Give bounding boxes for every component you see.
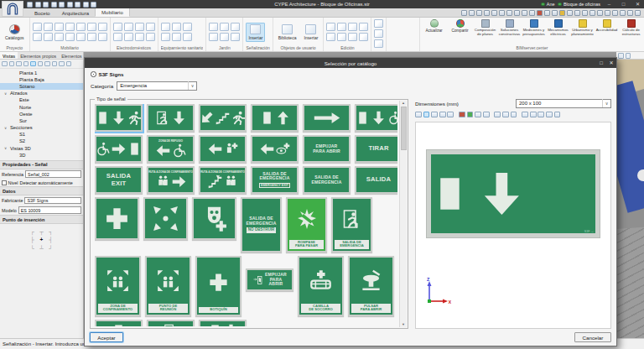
sidebar-tool-icon[interactable] [44,61,50,67]
ribbon-item-icon[interactable] [161,33,170,41]
sidebar-tab-elementos[interactable]: Elementos [59,52,83,59]
map-icon[interactable] [514,10,521,17]
close-button[interactable]: ✕ [632,0,643,8]
sidebar-tool-icon[interactable] [52,61,58,67]
sign-thumb[interactable] [95,197,139,240]
ribbon-item-icon[interactable] [33,23,42,31]
tools-icon[interactable] [612,10,619,17]
tab-mobiliario[interactable]: Mobiliario [95,8,130,17]
insertion-handle[interactable]: └ [28,244,37,253]
categoria-select[interactable]: Emergencia ∨ [117,81,197,91]
sign-thumb[interactable] [251,104,299,132]
tree-item-s2[interactable]: S2 [0,138,83,144]
insertion-handle[interactable]: ┴ [37,244,46,253]
ribbon-item-icon[interactable] [146,23,155,31]
sign-thumb[interactable]: SALIDA [355,166,397,194]
sign-thumb[interactable]: SALIDA DEEMERGENCIA [331,197,372,253]
tree-item-sótano[interactable]: Sótano [0,83,83,90]
project-badge[interactable]: Bloque de oficinas [558,2,600,7]
insertion-handle[interactable]: ┌ [28,227,37,236]
fabricante-input[interactable]: S3F Signs [24,197,81,205]
preview-tool-icon[interactable] [447,112,454,118]
sidebar-tool-icon[interactable] [59,61,65,67]
ribbon-item-icon[interactable] [161,23,170,31]
ribbon-item-icon[interactable] [113,33,122,41]
insertion-point-grid[interactable]: ┌┬┐├+┤└┴┘ [0,227,83,253]
settings-icon[interactable] [75,2,80,8]
scroll-down-icon[interactable]: ▼ [402,322,405,327]
sign-thumb[interactable] [95,320,143,326]
ribbon-item-icon[interactable] [76,33,86,41]
preview-tool-icon[interactable] [546,112,553,118]
insertion-handle[interactable]: ├ [28,236,37,244]
preview-tool-icon[interactable] [459,112,465,118]
tree-item-secciones[interactable]: ∨Secciones [0,124,83,131]
ribbon-item-icon[interactable] [65,33,75,41]
ribbon-item-icon[interactable] [374,19,383,28]
ribbon-item-icon[interactable] [220,23,229,31]
sign-thumb[interactable]: RUTA A ZONA DE CONFINAMIENTO [199,166,247,194]
tree-item-norte[interactable]: Norte [0,103,83,110]
chevron-down-icon[interactable] [91,2,96,8]
sign-thumb[interactable]: CAMILLADE SOCORRO [298,256,344,316]
target-icon[interactable] [506,10,513,17]
sidebar-tool-icon[interactable] [16,61,22,67]
preview-tool-icon[interactable] [483,112,490,118]
module-3[interactable]: Mecanismos eléctricos [547,19,569,36]
user-badge[interactable]: Ane [541,2,554,7]
ribbon-item-icon[interactable] [98,23,107,31]
sign-thumb[interactable] [303,104,351,132]
catálogos-button[interactable]: Catálogos [3,23,27,42]
sidebar-tab-elementos-propios[interactable]: Elementos propios [18,52,59,59]
box-icon[interactable] [544,10,551,17]
sidebar-tool-icon[interactable] [38,61,44,67]
sign-thumb[interactable]: SALIDAEXIT [95,166,143,194]
ribbon-item-icon[interactable] [87,23,96,31]
sign-thumb[interactable]: RUTA A ZONA DE CONFINAMIENTO [147,166,195,194]
preview-tool-icon[interactable] [502,112,509,118]
export-icon[interactable] [67,2,73,8]
print-icon[interactable] [59,2,65,8]
ribbon-item-icon[interactable] [44,33,53,41]
preview-tool-icon[interactable] [538,112,544,118]
eye-icon[interactable] [618,53,624,59]
ribbon-item-icon[interactable] [33,33,42,41]
zoom-all-icon[interactable] [476,10,483,17]
dialog-maximize-button[interactable]: □ [596,58,606,68]
help-icon[interactable] [635,10,641,17]
module-5[interactable]: Accesibilidad [595,19,618,33]
ribbon-item-icon[interactable] [98,33,107,41]
ribbon-item-icon[interactable] [55,33,64,41]
scroll-up-icon[interactable]: ▲ [402,101,405,106]
clock-icon[interactable] [589,10,596,17]
tree-item-alzados[interactable]: ∨Alzados [0,90,83,96]
frame-icon[interactable] [597,10,604,17]
sign-thumb[interactable] [143,197,188,240]
dialog-close-button[interactable]: ✕ [606,58,616,68]
sign-thumb[interactable]: PUNTO DEREUNIÓN [145,256,191,316]
ribbon-item-icon[interactable] [183,23,192,31]
sign-thumb[interactable]: SALIDA DEEMERGENCIA [303,166,351,194]
monitor-icon[interactable] [574,10,581,17]
fire-icon[interactable] [537,10,543,17]
ribbon-item-icon[interactable] [374,29,383,38]
preview-tool-icon[interactable] [467,112,474,118]
ribbon-item-icon[interactable] [135,23,144,31]
sign-thumb[interactable] [95,135,143,163]
tree-item-sur[interactable]: Sur [0,117,83,124]
ribbon-item-icon[interactable] [348,33,357,41]
insertar-button[interactable]: Insertar [301,23,320,42]
module-2[interactable]: Mediciones y presupuestos [522,19,545,36]
preview-tool-icon[interactable] [554,112,561,118]
sign-thumb[interactable] [147,320,195,326]
sign-thumb[interactable] [192,197,236,240]
ribbon-item-icon[interactable] [65,23,75,31]
ribbon-item-icon[interactable] [337,23,346,31]
sign-thumb[interactable] [251,135,299,163]
ribbon-item-icon[interactable] [55,23,64,31]
ribbon-item-icon[interactable] [337,33,346,41]
sign-thumb[interactable]: SALIDA DEEMERGENCIAEMERGENCY EXIT [251,166,299,194]
model-viewport[interactable] [616,52,644,338]
cancelar-button[interactable]: Cancelar [574,332,611,342]
sign-thumb[interactable]: PULSARPARA ABRIR [348,256,394,316]
